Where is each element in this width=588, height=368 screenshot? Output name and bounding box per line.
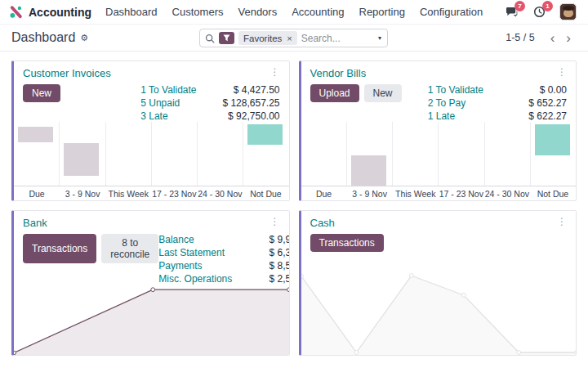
dashboard-grid: Customer Invoices ⋮ New 1 To Validate $ … [0,52,588,365]
bar-column[interactable] [438,122,483,186]
vendor-bills-aging-chart[interactable]: Due3 - 9 NovThis Week17 - 23 Nov24 - 30 … [301,122,577,200]
stat-to-validate-amount[interactable]: $ 4,427.50 [210,84,280,96]
cash-balance-chart[interactable] [301,273,577,355]
nav-item-dashboard[interactable]: Dashboard [98,0,165,25]
bar-column[interactable] [301,122,346,186]
page-title: Dashboard [11,30,75,45]
bank-transactions-button[interactable]: Transactions [23,234,96,263]
nav-item-reporting[interactable]: Reporting [352,0,412,25]
facet-label: Favorites [243,34,282,43]
bar-column[interactable] [59,122,105,186]
stat-last-statement-amount[interactable]: $ 6,378.00 [245,247,289,258]
reconcile-button[interactable]: 8 to reconcile [101,234,158,263]
nav-item-customers[interactable]: Customers [165,0,231,25]
cash-transactions-button[interactable]: Transactions [310,234,384,252]
stat-payments-amount[interactable]: $ 8,578.50 [245,260,289,272]
stat-last-statement[interactable]: Last Statement [158,247,232,258]
kebab-menu-icon[interactable]: ⋮ [555,217,569,227]
bar-column[interactable] [14,122,59,186]
bank-stats: Balance $ 9,944.87 Last Statement $ 6,37… [158,234,289,285]
new-bill-button[interactable]: New [364,84,402,102]
app-switcher[interactable]: Accounting [5,4,98,20]
card-body: Transactions [301,231,577,252]
x-axis-labels: Due3 - 9 NovThis Week17 - 23 Nov24 - 30 … [14,186,289,200]
x-axis-label: This Week [105,189,151,199]
card-body: Transactions 8 to reconcile Balance $ 9,… [14,231,289,285]
search-bar[interactable]: Favorites × ▾ [199,29,388,47]
bar[interactable] [535,124,570,155]
messages-button[interactable]: 7 [504,5,519,20]
stat-balance[interactable]: Balance [158,234,232,245]
stat-late-amount[interactable]: $ 92,750.00 [210,110,280,122]
bill-stats: 1 To Validate $ 0.00 2 To Pay $ 652.27 1… [428,84,567,122]
kebab-menu-icon[interactable]: ⋮ [555,67,569,77]
stat-unpaid-amount[interactable]: $ 128,657.25 [210,97,280,109]
stat-misc-operations[interactable]: Misc. Operations [158,273,232,285]
stat-late-amount[interactable]: $ 622.27 [497,110,567,122]
card-body: Upload New 1 To Validate $ 0.00 2 To Pay… [301,81,577,122]
stat-to-validate[interactable]: 1 To Validate [140,84,196,96]
x-axis-label: 24 - 30 Nov [197,189,243,199]
kebab-menu-icon[interactable]: ⋮ [268,67,283,77]
stat-to-pay-amount[interactable]: $ 652.27 [497,97,567,109]
card-title-cash[interactable]: Cash [310,217,335,229]
line-chart-svg [301,273,577,355]
card-header: Cash ⋮ [301,211,577,231]
x-axis-label: Not Due [530,189,576,199]
navbar-systray: 7 1 [504,3,580,20]
stat-balance-amount[interactable]: $ 9,944.87 [245,234,289,245]
bar-column[interactable] [197,122,243,186]
bar-column[interactable] [151,122,197,186]
card-header: Bank ⋮ [14,211,289,231]
card-bank: Bank ⋮ Transactions 8 to reconcile Balan… [11,210,290,356]
bar[interactable] [351,155,386,186]
stat-misc-operations-amount[interactable]: $ 2,500.00 [245,273,289,285]
breadcrumb: Dashboard ⚙ [11,30,88,45]
stat-payments[interactable]: Payments [158,260,232,272]
pager: 1-5 / 5 ‹ › [506,31,577,45]
nav-item-configuration[interactable]: Configuration [412,0,490,25]
new-invoice-button[interactable]: New [23,84,60,102]
bar-column[interactable] [243,122,288,186]
bar[interactable] [18,127,53,142]
activities-button[interactable]: 1 [532,5,546,20]
card-title-vendor-bills[interactable]: Vendor Bills [310,67,367,79]
card-customer-invoices: Customer Invoices ⋮ New 1 To Validate $ … [11,61,290,201]
pager-previous-icon[interactable]: ‹ [545,31,561,45]
nav-item-accounting[interactable]: Accounting [284,0,351,25]
card-cash: Cash ⋮ Transactions [299,210,577,356]
stat-late[interactable]: 1 Late [428,110,483,122]
upload-bill-button[interactable]: Upload [310,84,359,102]
control-panel: Dashboard ⚙ Favorites × ▾ 1-5 / 5 ‹ › [0,25,588,52]
filter-chip[interactable] [219,32,234,44]
nav-item-vendors[interactable]: Vendors [230,0,284,25]
stat-to-pay[interactable]: 2 To Pay [428,97,483,109]
card-title-customer-invoices[interactable]: Customer Invoices [23,67,111,79]
bar-column[interactable] [392,122,438,186]
stat-late[interactable]: 3 Late [140,110,196,122]
user-avatar[interactable] [559,3,577,20]
pager-range: 1-5 / 5 [506,32,534,43]
kebab-menu-icon[interactable]: ⋮ [268,217,283,227]
top-navbar: Accounting Dashboard Customers Vendors A… [0,0,588,25]
search-input[interactable] [301,33,368,44]
gear-icon[interactable]: ⚙ [80,33,88,43]
x-axis-label: This Week [393,189,439,199]
bank-balance-chart[interactable] [14,286,289,355]
facet-close-icon[interactable]: × [287,34,292,43]
stat-unpaid[interactable]: 5 Unpaid [140,97,196,109]
bar[interactable] [64,143,99,176]
stat-to-validate-amount[interactable]: $ 0.00 [497,84,567,96]
bar-column[interactable] [484,122,530,186]
card-title-bank[interactable]: Bank [23,217,47,229]
bar-column[interactable] [105,122,151,186]
search-facet-favorites: Favorites × [238,31,297,45]
x-axis-label: 17 - 23 Nov [151,189,197,199]
bar[interactable] [247,124,283,145]
bar-column[interactable] [530,122,576,186]
customer-invoices-aging-chart[interactable]: Due3 - 9 NovThis Week17 - 23 Nov24 - 30 … [14,122,289,200]
bar-column[interactable] [346,122,392,186]
pager-next-icon[interactable]: › [560,31,577,45]
stat-to-validate[interactable]: 1 To Validate [428,84,483,96]
search-dropdown-caret-icon[interactable]: ▾ [372,29,387,47]
